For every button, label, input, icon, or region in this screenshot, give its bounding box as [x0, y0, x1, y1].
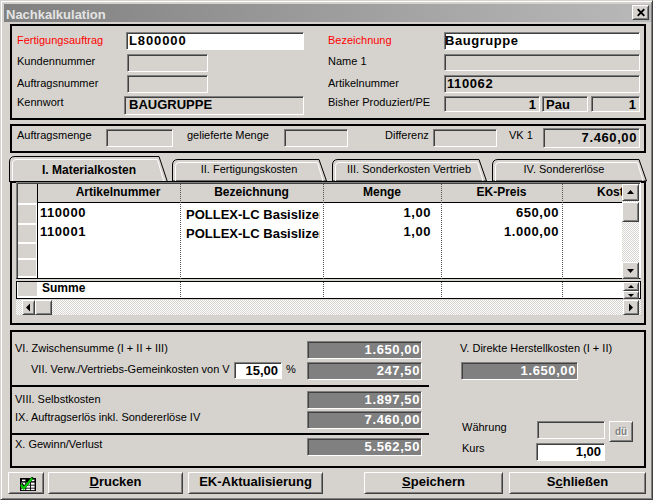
svg-text:I. Materialkosten: I. Materialkosten [42, 163, 136, 177]
svg-text:II. Fertigungskosten: II. Fertigungskosten [201, 163, 298, 175]
svg-text:III. Sonderkosten Vertrieb: III. Sonderkosten Vertrieb [347, 163, 471, 175]
svg-text:IV. Sondererlöse: IV. Sondererlöse [524, 163, 605, 175]
